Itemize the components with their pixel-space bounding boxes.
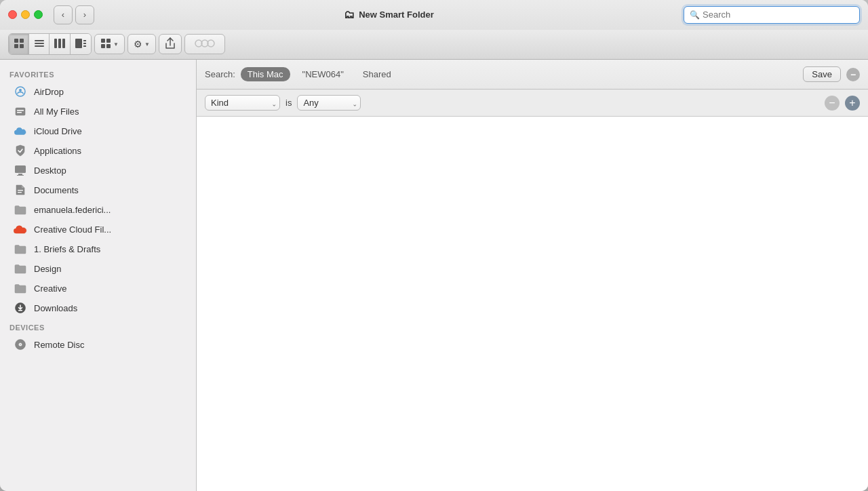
svg-rect-1: [20, 39, 24, 43]
applications-icon: [14, 144, 27, 157]
kind-select[interactable]: Kind Name Contents Date Modified: [205, 95, 280, 111]
sidebar-item-label-applications: Applications: [34, 146, 81, 156]
sidebar-item-label-icloud: iCloud Drive: [34, 126, 82, 136]
sidebar-item-airdrop[interactable]: AirDrop: [4, 82, 192, 101]
search-input[interactable]: [703, 9, 854, 20]
sidebar-item-label-creative: Creative: [34, 283, 66, 294]
svg-rect-9: [62, 39, 65, 48]
svg-rect-26: [17, 112, 22, 113]
airdrop-icon: [14, 85, 27, 98]
tag-button[interactable]: [184, 34, 225, 54]
group-button[interactable]: ▼: [94, 34, 125, 54]
folder-icon-creative: [14, 281, 27, 295]
window-title-icon: 🗂: [344, 9, 355, 21]
sidebar-item-label-desktop: Desktop: [34, 165, 66, 176]
sidebar-item-design[interactable]: Design: [4, 259, 192, 278]
filter-remove-button[interactable]: −: [825, 96, 840, 111]
back-button[interactable]: ‹: [54, 5, 73, 24]
gear-chevron-icon: ▼: [144, 41, 150, 47]
creative-cloud-icon: [14, 222, 27, 236]
file-list: [197, 117, 868, 491]
svg-rect-23: [16, 108, 25, 115]
window-title: 🗂 New Smart Folder: [100, 9, 678, 21]
folder-icon-briefs: [14, 242, 27, 256]
kind-select-wrapper: Kind Name Contents Date Modified: [205, 95, 280, 111]
svg-rect-4: [35, 40, 44, 41]
view-column-button[interactable]: [50, 34, 71, 54]
svg-rect-31: [18, 192, 22, 193]
search-icon: 🔍: [690, 10, 700, 20]
view-list-button[interactable]: [29, 34, 50, 54]
columns-icon: [54, 38, 66, 51]
search-box[interactable]: 🔍: [684, 6, 860, 24]
svg-rect-13: [83, 45, 86, 47]
sidebar-item-creative[interactable]: Creative: [4, 279, 192, 298]
close-button[interactable]: [8, 10, 17, 19]
finder-window: ‹ › 🗂 New Smart Folder 🔍: [0, 0, 868, 491]
tag-icon: [195, 38, 215, 50]
sidebar-item-creative-cloud[interactable]: Creative Cloud Fil...: [4, 220, 192, 239]
search-remove-button[interactable]: −: [846, 68, 860, 81]
sidebar-item-emanuela[interactable]: emanuela.federici...: [4, 200, 192, 219]
search-scope-bar: Search: This Mac "NEW064" Shared Save −: [197, 60, 868, 90]
view-buttons-group: [8, 33, 92, 55]
sidebar-item-briefs[interactable]: 1. Briefs & Drafts: [4, 239, 192, 258]
chevron-down-icon: ▼: [113, 41, 119, 47]
minimize-button[interactable]: [21, 10, 30, 19]
svg-rect-12: [83, 43, 86, 44]
share-icon: [165, 37, 176, 52]
filter-add-button[interactable]: +: [845, 96, 860, 111]
sidebar-item-label-design: Design: [34, 264, 61, 274]
svg-rect-16: [101, 44, 105, 48]
svg-rect-7: [54, 39, 57, 48]
view-icon-button[interactable]: [9, 34, 29, 54]
back-icon: ‹: [62, 9, 64, 20]
sidebar-item-label-downloads: Downloads: [34, 303, 77, 313]
svg-rect-8: [58, 39, 61, 48]
svg-rect-5: [35, 43, 44, 44]
svg-rect-25: [17, 110, 24, 111]
sidebar-item-label-documents: Documents: [34, 185, 79, 195]
svg-rect-17: [106, 44, 111, 48]
actions-button[interactable]: ⚙ ▼: [127, 34, 156, 54]
svg-rect-10: [75, 39, 82, 48]
forward-button[interactable]: ›: [75, 5, 94, 24]
sidebar-item-documents[interactable]: Documents: [4, 180, 192, 199]
downloads-icon: [14, 301, 27, 315]
window-title-text: New Smart Folder: [359, 9, 434, 20]
svg-rect-14: [101, 39, 105, 43]
gear-icon: ⚙: [134, 39, 142, 50]
svg-rect-33: [18, 310, 22, 311]
any-select-wrapper: Any Application Document Folder: [297, 95, 361, 111]
scope-current-folder-button[interactable]: "NEW064": [296, 67, 351, 81]
sidebar-item-applications[interactable]: Applications: [4, 141, 192, 160]
sidebar-item-all-my-files[interactable]: All My Files: [4, 102, 192, 121]
folder-icon-design: [14, 262, 27, 275]
maximize-button[interactable]: [34, 10, 43, 19]
scope-shared-button[interactable]: Shared: [356, 67, 398, 81]
forward-icon: ›: [83, 9, 86, 20]
filter-row: Kind Name Contents Date Modified is Any …: [197, 90, 868, 117]
svg-rect-3: [20, 44, 24, 48]
svg-rect-11: [83, 40, 86, 41]
save-button[interactable]: Save: [803, 66, 841, 82]
sidebar-item-remote-disc[interactable]: Remote Disc: [4, 335, 192, 354]
view-cover-button[interactable]: [71, 34, 91, 54]
documents-icon: [14, 183, 27, 197]
sidebar-item-label-emanuela: emanuela.federici...: [34, 205, 111, 215]
sidebar-item-icloud[interactable]: iCloud Drive: [4, 121, 192, 140]
svg-point-36: [20, 344, 21, 345]
svg-rect-28: [18, 174, 22, 175]
svg-rect-6: [35, 45, 44, 47]
sidebar-item-desktop[interactable]: Desktop: [4, 161, 192, 180]
svg-rect-2: [14, 44, 18, 48]
sidebar-item-downloads[interactable]: Downloads: [4, 298, 192, 317]
scrollbar-track[interactable]: [863, 117, 868, 491]
scope-this-mac-button[interactable]: This Mac: [241, 67, 290, 81]
any-select[interactable]: Any Application Document Folder: [297, 95, 361, 111]
svg-rect-30: [18, 190, 23, 191]
sidebar: Favorites AirDrop: [0, 60, 197, 491]
share-button[interactable]: [159, 34, 182, 54]
sidebar-item-label-remote-disc: Remote Disc: [34, 340, 84, 350]
svg-point-22: [19, 89, 22, 92]
